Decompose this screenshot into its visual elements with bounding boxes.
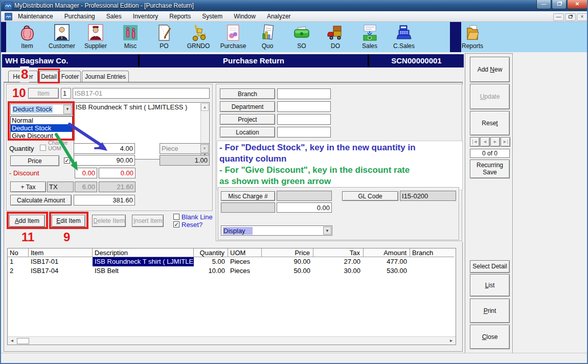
toolbar-item-button[interactable]: Item bbox=[10, 24, 44, 51]
col-no[interactable]: No bbox=[8, 248, 29, 257]
so-wallet-icon bbox=[292, 24, 311, 42]
menu-purchasing[interactable]: Purchasing bbox=[59, 11, 101, 21]
scroll-up-icon[interactable]: ▲ bbox=[201, 103, 209, 111]
insert-item-button[interactable]: Insert Item bbox=[132, 215, 164, 227]
calculate-amount-button[interactable]: Calculate Amount bbox=[10, 195, 72, 206]
toolbar-customer-button[interactable]: Customer bbox=[45, 24, 79, 51]
misc-charge-button[interactable]: Misc Charge # bbox=[221, 191, 275, 201]
location-field[interactable] bbox=[277, 127, 331, 138]
price-button[interactable]: Price bbox=[10, 155, 59, 166]
restore-button[interactable] bbox=[552, 0, 567, 9]
col-price[interactable]: Price bbox=[262, 248, 313, 257]
tax-button[interactable]: + Tax bbox=[10, 181, 46, 192]
discount-amount-field[interactable]: 0.00 bbox=[99, 168, 135, 178]
menu-system[interactable]: System bbox=[196, 11, 228, 21]
toolbar-purchase-button[interactable]: Purchase bbox=[216, 24, 250, 51]
col-quantity[interactable]: Quantity bbox=[194, 248, 228, 257]
item-bag-icon bbox=[18, 24, 36, 42]
misc-charge-code-field bbox=[277, 191, 332, 201]
tab-footer[interactable]: Footer bbox=[59, 71, 81, 82]
quantity-field[interactable]: 4.00 bbox=[74, 143, 135, 154]
toolbar-reports-button[interactable]: Reports bbox=[456, 24, 489, 51]
menu-maintenance[interactable]: Maintenance bbox=[12, 11, 59, 21]
price-checkbox[interactable]: ✓ bbox=[64, 157, 70, 164]
gl-code-field[interactable]: I15-0200 bbox=[400, 191, 456, 201]
recurring-save-button[interactable]: Recurring Save bbox=[470, 160, 510, 178]
reset-checkbox[interactable]: ✓ bbox=[173, 221, 179, 228]
delete-item-button[interactable]: Delete Item bbox=[92, 215, 126, 227]
display-dropdown-icon[interactable]: ▼ bbox=[323, 226, 331, 235]
toolbar-quo-button[interactable]: Quo bbox=[251, 24, 284, 51]
toolbar-grndo-button[interactable]: GRNDO bbox=[182, 24, 215, 51]
toolbar-do-button[interactable]: DO bbox=[319, 24, 352, 51]
mdi-close-button[interactable]: × bbox=[577, 13, 587, 21]
menu-reports[interactable]: Reports bbox=[164, 11, 196, 21]
branch-button[interactable]: Branch bbox=[220, 88, 275, 99]
nav-last-button[interactable]: ►| bbox=[501, 137, 510, 147]
nav-first-icon: |◄ bbox=[472, 139, 478, 144]
scroll-right-icon[interactable]: ► bbox=[447, 337, 455, 344]
location-button[interactable]: Location bbox=[220, 127, 275, 138]
update-button[interactable]: Update bbox=[470, 84, 510, 109]
app-icon bbox=[4, 2, 12, 10]
col-branch[interactable]: Branch bbox=[410, 248, 454, 257]
col-description[interactable]: Description bbox=[93, 248, 194, 257]
menu-window[interactable]: Window bbox=[228, 11, 261, 21]
tab-journal-entries[interactable]: Journal Entries bbox=[82, 71, 129, 82]
col-tax[interactable]: Tax bbox=[313, 248, 364, 257]
note-green-line2: as shown with green arrow bbox=[219, 176, 331, 187]
reset-button[interactable]: Reset bbox=[470, 111, 510, 135]
nav-first-button[interactable]: |◄ bbox=[470, 137, 480, 147]
line-number-field[interactable]: 1 bbox=[61, 88, 71, 99]
add-new-button[interactable]: Add New bbox=[470, 57, 510, 82]
scroll-left-icon[interactable]: ◄ bbox=[8, 337, 16, 344]
mdi-restore-button[interactable] bbox=[565, 13, 576, 21]
toolbar-csales-button[interactable]: C.Sales bbox=[387, 24, 421, 51]
col-uom[interactable]: UOM bbox=[228, 248, 262, 257]
col-amount[interactable]: Amount bbox=[364, 248, 410, 257]
change-uom-checkbox[interactable] bbox=[40, 145, 46, 151]
reports-folder-icon bbox=[463, 24, 482, 42]
gl-code-button[interactable]: GL Code bbox=[342, 191, 398, 201]
toolbar-misc-button[interactable]: Misc bbox=[114, 24, 147, 51]
toolbar-supplier-button[interactable]: Supplier bbox=[79, 24, 112, 51]
list-button[interactable]: List bbox=[470, 274, 510, 297]
toolbar-sales-button[interactable]: Sales bbox=[353, 24, 387, 51]
close-button[interactable]: ✕ bbox=[567, 0, 587, 9]
toolbar-so-button[interactable]: SO bbox=[285, 24, 319, 51]
department-button[interactable]: Department bbox=[220, 101, 275, 112]
department-field[interactable] bbox=[277, 101, 331, 112]
toolbar-po-button[interactable]: PO bbox=[147, 24, 181, 51]
mdi-minimize-button[interactable]: — bbox=[553, 13, 564, 21]
nav-next-button[interactable]: ► bbox=[490, 137, 500, 147]
minimize-button[interactable]: — bbox=[536, 0, 551, 9]
print-button[interactable]: Print bbox=[470, 299, 510, 323]
misc-amount-field[interactable]: 0.00 bbox=[277, 202, 332, 213]
close-form-button[interactable]: Close bbox=[470, 325, 510, 349]
grid-horizontal-scrollbar[interactable]: ◄ ► bbox=[8, 336, 456, 345]
item-code-field[interactable]: ISB17-01 bbox=[73, 88, 210, 99]
price-field[interactable]: 90.00 bbox=[74, 155, 135, 166]
blank-line-checkbox[interactable] bbox=[173, 214, 179, 220]
col-item[interactable]: Item bbox=[29, 248, 93, 257]
quotation-chart-icon bbox=[258, 24, 277, 42]
menu-inventory[interactable]: Inventory bbox=[127, 11, 164, 21]
branch-field[interactable] bbox=[277, 88, 331, 99]
customer-icon bbox=[53, 24, 71, 42]
item-lookup-button[interactable]: Item bbox=[28, 88, 59, 99]
scrollbar-thumb[interactable] bbox=[17, 338, 29, 344]
line-amount-field[interactable]: 381.60 bbox=[74, 195, 135, 206]
nav-prev-button[interactable]: ◄ bbox=[480, 137, 490, 147]
supplier-icon bbox=[86, 24, 105, 42]
menu-analyzer[interactable]: Analyzer bbox=[261, 11, 297, 21]
menu-sales[interactable]: Sales bbox=[101, 11, 127, 21]
project-field[interactable] bbox=[277, 114, 331, 125]
grid-row-1[interactable]: 1 ISB17-01 ISB Roundneck T shirt ( LJMIT… bbox=[8, 257, 456, 266]
display-combobox[interactable]: Display ▼ bbox=[221, 225, 332, 236]
discount-rate-field[interactable]: 0.00 bbox=[75, 168, 97, 178]
banner-doc-number: SCN00000001 bbox=[369, 54, 464, 67]
project-button[interactable]: Project bbox=[220, 114, 275, 125]
select-detail-button[interactable]: Select Detail bbox=[470, 260, 510, 273]
grid-row-2[interactable]: 2 ISB17-04 ISB Belt 10.00 Pieces 50.00 3… bbox=[8, 266, 456, 276]
uom-combobox[interactable]: Piece ▼ bbox=[160, 143, 210, 154]
